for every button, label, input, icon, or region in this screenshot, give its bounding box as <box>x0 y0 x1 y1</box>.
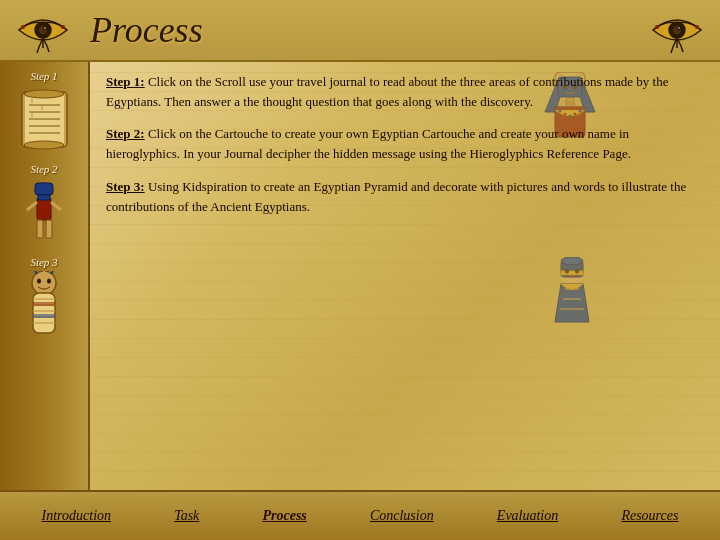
step-2-block: Step 2 <box>4 163 84 246</box>
nav-task[interactable]: Task <box>174 508 199 524</box>
step-1-block: Step 1 𓀀 𓂀 <box>4 70 84 153</box>
svg-point-4 <box>61 25 65 29</box>
step-1-image: 𓀀 𓂀 𓆣 <box>15 85 73 153</box>
svg-point-63 <box>565 269 569 274</box>
svg-point-61 <box>561 257 583 265</box>
svg-rect-62 <box>561 271 583 275</box>
svg-rect-29 <box>38 195 50 200</box>
nav-process[interactable]: Process <box>262 508 306 524</box>
step-2-body: Click on the Cartouche to create your ow… <box>106 126 631 161</box>
step3-figure-icon <box>17 271 72 339</box>
eye-of-horus-right-icon <box>643 5 711 55</box>
svg-point-7 <box>678 27 681 30</box>
step-3-num: Step 3: <box>106 179 145 194</box>
svg-line-43 <box>51 271 53 274</box>
svg-rect-28 <box>35 183 53 195</box>
nav-evaluation[interactable]: Evaluation <box>497 508 558 524</box>
page-title: Process <box>78 9 642 51</box>
svg-point-21 <box>24 141 64 149</box>
step1-figure-icon: 𓀀 𓂀 𓆣 <box>17 87 72 152</box>
svg-point-8 <box>655 25 659 29</box>
nav-introduction[interactable]: Introduction <box>42 508 111 524</box>
svg-point-31 <box>37 279 41 284</box>
svg-rect-40 <box>33 314 55 318</box>
svg-point-32 <box>47 279 51 284</box>
nav-conclusion[interactable]: Conclusion <box>370 508 434 524</box>
header: Process <box>0 0 720 62</box>
step-1-label: Step 1 <box>30 70 57 82</box>
sidebar: Step 1 𓀀 𓂀 <box>0 62 90 490</box>
step-3-text: Step 3: Using Kidspiration to create an … <box>106 177 704 217</box>
step-1-body: Click on the Scroll use your travel jour… <box>106 74 668 109</box>
title-text: Process <box>90 9 642 51</box>
svg-text:𓂀: 𓂀 <box>41 105 43 111</box>
step-3-body: Using Kidspiration to create an Egyptian… <box>106 179 686 214</box>
step-3-section: Step 3: Using Kidspiration to create an … <box>106 177 704 217</box>
svg-rect-27 <box>46 220 52 238</box>
svg-rect-23 <box>37 198 51 220</box>
step2-figure-icon <box>17 180 72 245</box>
step-2-label: Step 2 <box>30 163 57 175</box>
svg-line-41 <box>35 271 37 274</box>
svg-point-9 <box>695 25 699 29</box>
page-container: Process <box>0 0 720 540</box>
queen-decoration <box>545 257 600 322</box>
logo-left <box>8 4 78 56</box>
step-3-block: Step 3 <box>4 256 84 339</box>
queen-icon <box>545 257 600 332</box>
nav-resources[interactable]: Resources <box>621 508 678 524</box>
bottom-nav: Introduction Task Process Conclusion Eva… <box>0 490 720 540</box>
svg-rect-39 <box>33 302 55 306</box>
svg-point-2 <box>44 27 47 30</box>
step-1-text: Step 1: Click on the Scroll use your tra… <box>106 72 704 112</box>
eye-of-horus-icon <box>9 5 77 55</box>
svg-point-57 <box>574 113 577 116</box>
step-1-num: Step 1: <box>106 74 145 89</box>
svg-line-25 <box>51 202 61 210</box>
svg-line-24 <box>27 202 37 210</box>
step-1-section: Step 1: Click on the Scroll use your tra… <box>106 72 704 112</box>
step-3-label: Step 3 <box>30 256 57 268</box>
main-area: Step 1 𓀀 𓂀 <box>0 62 720 490</box>
svg-point-64 <box>575 269 579 274</box>
logo-right <box>642 4 712 56</box>
svg-rect-26 <box>37 220 43 238</box>
step-2-text: Step 2: Click on the Cartouche to create… <box>106 124 704 164</box>
svg-point-3 <box>21 25 25 29</box>
svg-text:𓀀: 𓀀 <box>31 98 33 104</box>
svg-point-56 <box>569 115 572 118</box>
step-2-section: Step 2: Click on the Cartouche to create… <box>106 124 704 164</box>
step-2-num: Step 2: <box>106 126 145 141</box>
svg-text:𓆣: 𓆣 <box>31 112 33 118</box>
svg-point-55 <box>564 113 567 116</box>
step-3-image <box>15 271 73 339</box>
content-area: Step 1: Click on the Scroll use your tra… <box>90 62 720 490</box>
step-2-image <box>15 178 73 246</box>
svg-point-30 <box>32 271 56 295</box>
svg-point-20 <box>24 90 64 98</box>
